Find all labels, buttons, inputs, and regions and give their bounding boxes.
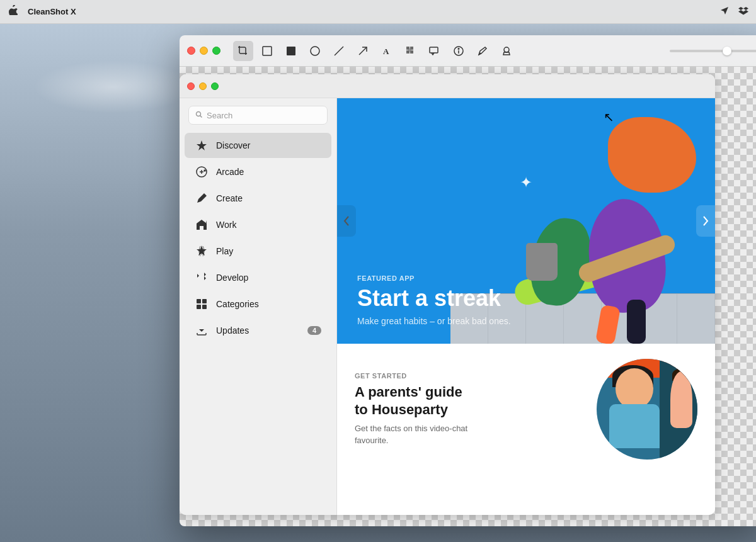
door-person bbox=[670, 371, 692, 428]
get-started-label: GET STARTED bbox=[355, 372, 584, 380]
search-bar-container: Search bbox=[180, 106, 336, 132]
ellipse-tool-button[interactable] bbox=[305, 41, 325, 61]
svg-line-3 bbox=[335, 47, 343, 55]
search-placeholder-text: Search bbox=[207, 111, 232, 120]
svg-point-14 bbox=[458, 48, 459, 49]
svg-rect-11 bbox=[430, 47, 438, 53]
svg-marker-19 bbox=[197, 140, 207, 150]
stamp-tool-button[interactable] bbox=[496, 41, 517, 61]
char-orange-blob bbox=[608, 117, 696, 193]
play-label: Play bbox=[216, 246, 233, 256]
search-bar[interactable]: Search bbox=[188, 106, 328, 125]
updates-badge: 4 bbox=[307, 326, 321, 335]
opacity-slider-thumb[interactable] bbox=[723, 47, 731, 55]
as-minimize-button[interactable] bbox=[199, 82, 207, 90]
updates-icon bbox=[195, 324, 209, 337]
editor-canvas: ↖ bbox=[180, 67, 756, 526]
apple-menu[interactable] bbox=[8, 5, 18, 18]
featured-subtitle: Make great habits – or break bad ones. bbox=[357, 316, 695, 326]
menubar-right-icons bbox=[719, 6, 748, 18]
line-tool-button[interactable] bbox=[329, 41, 349, 61]
svg-point-2 bbox=[311, 47, 319, 55]
svg-rect-24 bbox=[202, 299, 207, 303]
sidebar-item-create[interactable]: Create bbox=[185, 186, 331, 211]
location-icon[interactable] bbox=[719, 6, 730, 18]
svg-line-18 bbox=[200, 115, 202, 117]
main-content: ✦ FEATURED APP Start a streak Make great… bbox=[337, 98, 715, 515]
featured-title: Start a streak bbox=[357, 286, 695, 311]
pen-tool-button[interactable] bbox=[472, 41, 493, 61]
as-traffic-lights bbox=[187, 82, 219, 90]
svg-point-22 bbox=[200, 247, 203, 255]
callout-tool-button[interactable] bbox=[425, 41, 445, 61]
featured-banner: ✦ FEATURED APP Start a streak Make great… bbox=[337, 98, 715, 344]
sidebar-item-arcade[interactable]: Arcade bbox=[185, 159, 331, 184]
arrow-tool-button[interactable] bbox=[353, 41, 373, 61]
next-button[interactable] bbox=[696, 205, 715, 237]
get-started-title: A parents' guide to Houseparty bbox=[355, 383, 584, 418]
get-started-subtitle: Get the facts on this video-chat favouri… bbox=[355, 423, 584, 446]
svg-point-16 bbox=[504, 47, 509, 52]
categories-label: Categories bbox=[216, 299, 259, 309]
featured-label: FEATURED APP bbox=[357, 274, 695, 282]
opacity-slider[interactable] bbox=[670, 50, 756, 52]
pixelate-tool-button[interactable] bbox=[401, 41, 421, 61]
prev-button[interactable] bbox=[337, 205, 356, 237]
svg-rect-1 bbox=[287, 47, 295, 55]
traffic-lights bbox=[187, 47, 220, 55]
work-icon bbox=[195, 218, 209, 232]
as-close-button[interactable] bbox=[187, 82, 195, 90]
sidebar: Search Discover bbox=[180, 98, 337, 515]
as-fullscreen-button[interactable] bbox=[211, 82, 219, 90]
svg-text:A: A bbox=[383, 47, 389, 56]
fullscreen-button[interactable] bbox=[212, 47, 220, 55]
appstore-body: Search Discover bbox=[180, 98, 715, 515]
app-name: CleanShot X bbox=[28, 7, 76, 16]
sidebar-item-updates[interactable]: Updates 4 bbox=[185, 318, 331, 343]
person-head bbox=[616, 368, 653, 409]
houseparty-card: GET STARTED A parents' guide to Housepar… bbox=[355, 359, 697, 460]
info-tool-button[interactable] bbox=[449, 41, 469, 61]
create-label: Create bbox=[216, 193, 243, 203]
search-icon bbox=[195, 111, 203, 120]
crop-tool-button[interactable] bbox=[233, 41, 253, 61]
minimize-button[interactable] bbox=[200, 47, 208, 55]
sidebar-item-develop[interactable]: Develop bbox=[185, 265, 331, 290]
svg-rect-10 bbox=[408, 48, 411, 52]
categories-icon bbox=[195, 297, 209, 311]
discover-label: Discover bbox=[216, 140, 250, 150]
svg-point-21 bbox=[204, 170, 205, 171]
text-tool-button[interactable]: A bbox=[377, 41, 397, 61]
editor-toolbar: A bbox=[180, 35, 756, 67]
menu-bar: CleanShot X bbox=[0, 0, 756, 24]
arcade-icon bbox=[195, 165, 209, 179]
svg-rect-25 bbox=[197, 305, 201, 309]
develop-label: Develop bbox=[216, 273, 248, 283]
dropbox-icon[interactable] bbox=[738, 6, 748, 18]
develop-icon bbox=[195, 271, 209, 285]
svg-line-4 bbox=[359, 47, 367, 55]
svg-rect-0 bbox=[263, 47, 272, 55]
discover-icon bbox=[195, 138, 209, 152]
close-button[interactable] bbox=[187, 47, 195, 55]
play-icon bbox=[195, 244, 209, 258]
sidebar-item-categories[interactable]: Categories bbox=[185, 291, 331, 317]
rect-tool-button[interactable] bbox=[257, 41, 277, 61]
opacity-slider-area bbox=[670, 50, 756, 52]
person-body bbox=[609, 404, 660, 448]
svg-rect-26 bbox=[202, 305, 207, 309]
houseparty-image bbox=[597, 359, 697, 460]
sidebar-item-discover[interactable]: Discover bbox=[185, 133, 331, 158]
houseparty-text: GET STARTED A parents' guide to Housepar… bbox=[355, 372, 584, 446]
get-started-section: GET STARTED A parents' guide to Housepar… bbox=[337, 344, 715, 475]
fill-rect-tool-button[interactable] bbox=[281, 41, 301, 61]
appstore-titlebar bbox=[180, 74, 715, 98]
sidebar-item-play[interactable]: Play bbox=[185, 239, 331, 264]
work-label: Work bbox=[216, 220, 236, 230]
svg-rect-23 bbox=[197, 299, 201, 303]
updates-label: Updates bbox=[216, 325, 249, 336]
sidebar-item-work[interactable]: Work bbox=[185, 212, 331, 237]
svg-point-17 bbox=[197, 111, 201, 116]
editor-window: A bbox=[180, 35, 756, 526]
char-star: ✦ bbox=[520, 174, 532, 191]
